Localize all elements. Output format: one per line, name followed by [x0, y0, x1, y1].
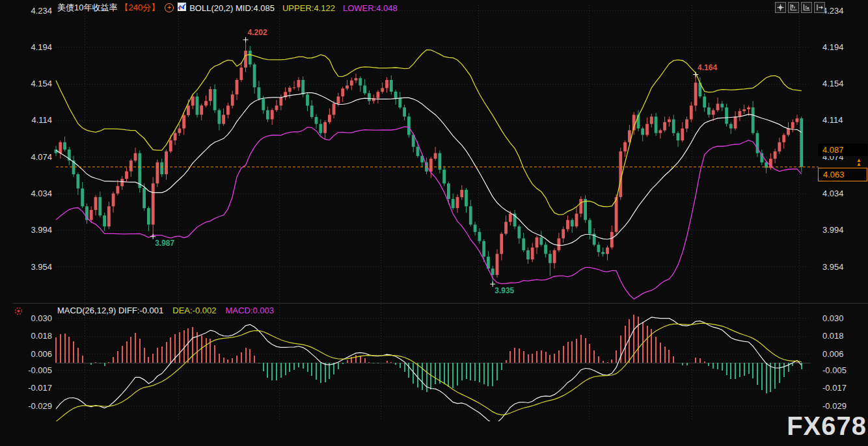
svg-text:4.164: 4.164: [698, 63, 717, 72]
pan-move-icon[interactable]: [775, 2, 786, 13]
svg-text:4.194: 4.194: [822, 42, 844, 52]
svg-text:4.194: 4.194: [31, 42, 52, 52]
watermark: FX678: [787, 412, 867, 441]
svg-text:0.018: 0.018: [31, 331, 52, 341]
svg-text:3.954: 3.954: [822, 262, 844, 272]
scroll-to-latest-icon[interactable]: ▲▲: [856, 159, 861, 166]
chart-application-window: 4.2024.1643.9873.9354.2344.2344.1944.194…: [0, 0, 868, 446]
boll-lower-value: LOWER:4.048: [343, 3, 398, 13]
svg-text:-0.017: -0.017: [822, 383, 847, 393]
svg-text:4.034: 4.034: [31, 189, 52, 198]
svg-text:4.154: 4.154: [31, 79, 52, 88]
boll-indicator-label: BOLL(20,2) MID:4.085: [189, 3, 275, 12]
svg-text:0.006: 0.006: [822, 349, 844, 359]
svg-text:3.935: 3.935: [495, 286, 514, 295]
macd-pane-toggle-icon[interactable]: [14, 306, 23, 318]
boll-upper-value: UPPER:4.122: [282, 3, 335, 13]
svg-text:3.994: 3.994: [31, 225, 52, 235]
svg-text:4.234: 4.234: [31, 6, 52, 16]
last-close-price-tag: 4.087: [818, 144, 867, 156]
svg-text:-0.029: -0.029: [822, 401, 847, 411]
fit-y-axis-icon[interactable]: [788, 2, 799, 13]
svg-text:-0.005: -0.005: [28, 365, 52, 375]
svg-text:-0.017: -0.017: [28, 383, 52, 393]
svg-text:0.030: 0.030: [31, 313, 52, 323]
zoom-plus-icon[interactable]: +: [165, 3, 174, 12]
macd-indicator-header: MACD(26,12,9) DIFF:-0.001DEA:-0.002MACD:…: [57, 306, 274, 315]
macd-value: MACD:0.003: [226, 306, 274, 315]
exit-right-icon[interactable]: [814, 2, 825, 13]
svg-text:4.114: 4.114: [31, 115, 52, 125]
chart-window-controls: [775, 2, 825, 13]
instrument-header: 美债10年收益率【240分】+BOLL(20,2) MID:4.085UPPER…: [57, 2, 398, 12]
fit-x-axis-icon[interactable]: [801, 2, 812, 13]
svg-text:-0.029: -0.029: [28, 401, 52, 411]
svg-text:4.202: 4.202: [248, 28, 267, 37]
svg-text:0.018: 0.018: [822, 331, 844, 341]
macd-dea-value: DEA:-0.002: [172, 306, 216, 315]
macd-label-and-diff: MACD(26,12,9) DIFF:-0.001: [57, 306, 163, 315]
svg-text:-0.005: -0.005: [822, 365, 847, 375]
svg-text:0.006: 0.006: [31, 349, 52, 359]
chart-canvas[interactable]: 4.2024.1643.9873.9354.2344.2344.1944.194…: [0, 0, 868, 446]
svg-text:4.114: 4.114: [822, 115, 843, 125]
svg-text:4.154: 4.154: [822, 79, 844, 88]
current-price-tag: 4.063: [818, 168, 867, 181]
svg-text:4.074: 4.074: [31, 152, 52, 162]
svg-text:4.234: 4.234: [822, 6, 844, 16]
svg-text:3.954: 3.954: [31, 262, 52, 272]
svg-text:3.994: 3.994: [822, 225, 844, 235]
svg-text:4.034: 4.034: [822, 189, 844, 198]
indicator-chart-icon[interactable]: [178, 3, 186, 13]
instrument-title: 美债10年收益率: [57, 3, 117, 12]
svg-text:3.987: 3.987: [155, 239, 174, 248]
period-tag: 【240分】: [120, 3, 159, 12]
svg-text:0.030: 0.030: [822, 313, 844, 323]
